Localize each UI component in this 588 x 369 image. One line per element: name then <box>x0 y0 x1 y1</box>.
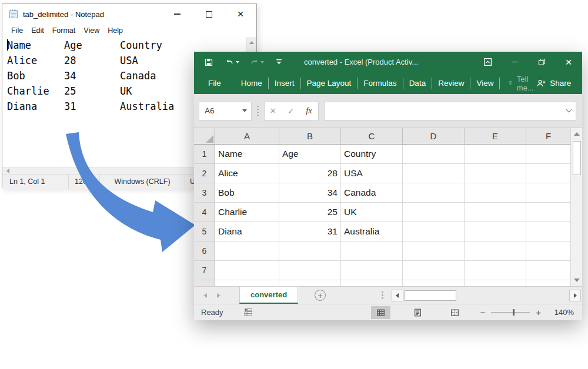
scroll-down-button[interactable] <box>571 274 582 286</box>
menu-help[interactable]: Help <box>103 26 127 35</box>
ribbon-tab-formulas[interactable]: Formulas <box>358 78 403 89</box>
macro-record-icon[interactable] <box>243 308 253 317</box>
name-box[interactable]: A6 <box>199 102 252 120</box>
row-header-1[interactable]: 1 <box>194 145 215 164</box>
excel-minimize-button[interactable] <box>501 52 528 72</box>
cell-F1[interactable] <box>526 145 571 164</box>
vertical-scroll-thumb[interactable] <box>573 141 581 175</box>
scroll-right-button[interactable] <box>569 290 581 301</box>
cell-F2[interactable] <box>526 164 571 183</box>
redo-button[interactable] <box>248 56 266 68</box>
notepad-maximize-button[interactable] <box>193 4 225 24</box>
cell-C2[interactable]: USA <box>341 164 403 183</box>
cell-B7[interactable] <box>279 261 341 280</box>
cell-C3[interactable]: Canada <box>341 183 403 203</box>
excel-close-button[interactable]: × <box>555 52 582 72</box>
cell-E2[interactable] <box>465 164 526 183</box>
cell-F4[interactable] <box>526 203 571 222</box>
column-header-A[interactable]: A <box>215 128 279 145</box>
row-header-3[interactable]: 3 <box>194 183 215 203</box>
page-break-preview-button[interactable] <box>445 306 465 319</box>
page-layout-view-button[interactable] <box>408 306 427 319</box>
select-all-button[interactable] <box>194 128 215 145</box>
ribbon-tab-data[interactable]: Data <box>403 78 433 89</box>
ribbon-tab-view[interactable]: View <box>470 78 500 89</box>
cell-E4[interactable] <box>465 203 526 222</box>
cell-C4[interactable]: UK <box>341 203 403 222</box>
cell-A7[interactable] <box>215 261 279 280</box>
previous-sheet-icon[interactable] <box>203 293 207 298</box>
cell-C6[interactable] <box>341 241 403 261</box>
notepad-minimize-button[interactable] <box>161 4 193 24</box>
column-header-C[interactable]: C <box>341 128 403 145</box>
zoom-slider[interactable] <box>491 312 530 313</box>
cell-B5[interactable]: 31 <box>279 222 341 241</box>
formula-bar-expand-icon[interactable] <box>566 107 572 113</box>
cancel-button[interactable]: × <box>270 105 276 117</box>
cell-F7[interactable] <box>526 261 571 280</box>
cell-D2[interactable] <box>403 164 465 183</box>
grid-vertical-scrollbar[interactable] <box>570 128 582 286</box>
cell-D7[interactable] <box>403 261 465 280</box>
ribbon-tab-file[interactable]: File <box>200 78 229 89</box>
row-header-6[interactable]: 6 <box>194 241 215 261</box>
share-button[interactable]: Share <box>536 79 571 88</box>
ribbon-tab-home[interactable]: Home <box>235 78 269 89</box>
formula-bar-input[interactable] <box>324 102 577 120</box>
column-header-B[interactable]: B <box>279 128 341 145</box>
notepad-close-button[interactable]: × <box>225 4 256 24</box>
cell-B2[interactable]: 28 <box>279 164 341 183</box>
cell-D6[interactable] <box>403 241 465 261</box>
scroll-left-button[interactable] <box>392 290 403 301</box>
cell-B1[interactable]: Age <box>279 145 341 164</box>
excel-restore-button[interactable] <box>528 52 555 72</box>
zoom-slider-handle[interactable] <box>513 309 515 316</box>
cell-A2[interactable]: Alice <box>215 164 279 183</box>
menu-view[interactable]: View <box>79 26 103 35</box>
insert-function-button[interactable]: fx <box>306 106 312 116</box>
enter-button[interactable]: ✓ <box>288 106 295 116</box>
cell-B4[interactable]: 25 <box>279 203 341 222</box>
row-header-4[interactable]: 4 <box>194 203 215 222</box>
scroll-up-button[interactable] <box>571 128 582 140</box>
cell-D5[interactable] <box>403 222 465 241</box>
cell-A4[interactable]: Charlie <box>215 203 279 222</box>
normal-view-button[interactable] <box>371 306 390 319</box>
row-header-2[interactable]: 2 <box>194 164 215 183</box>
sheet-tab-converted[interactable]: converted <box>239 287 298 304</box>
ribbon-display-options-button[interactable] <box>474 52 501 72</box>
undo-button[interactable] <box>223 56 241 68</box>
cell-F5[interactable] <box>526 222 571 241</box>
cell-C1[interactable]: Country <box>341 145 403 164</box>
customize-toolbar-button[interactable] <box>274 58 284 66</box>
column-header-D[interactable]: D <box>403 128 465 145</box>
row-header-7[interactable]: 7 <box>194 261 215 280</box>
tell-me-box[interactable]: Tell me... <box>508 75 536 92</box>
cell-E3[interactable] <box>465 183 526 203</box>
cell-D1[interactable] <box>403 145 465 164</box>
menu-format[interactable]: Format <box>48 26 80 35</box>
column-header-F[interactable]: F <box>526 128 571 145</box>
cell-F6[interactable] <box>526 241 571 261</box>
grid-horizontal-scrollbar[interactable] <box>392 289 581 302</box>
cell-E6[interactable] <box>465 241 526 261</box>
cell-E5[interactable] <box>465 222 526 241</box>
cell-D3[interactable] <box>403 183 465 203</box>
ribbon-tab-review[interactable]: Review <box>432 78 470 89</box>
horizontal-scroll-thumb[interactable] <box>405 290 456 301</box>
cell-B6[interactable] <box>279 241 341 261</box>
cell-E7[interactable] <box>465 261 526 280</box>
row-header-5[interactable]: 5 <box>194 222 215 241</box>
menu-file[interactable]: File <box>7 26 27 35</box>
zoom-out-button[interactable]: − <box>480 307 485 317</box>
cell-F3[interactable] <box>526 183 571 203</box>
cell-A5[interactable]: Diana <box>215 222 279 241</box>
menu-edit[interactable]: Edit <box>27 26 48 35</box>
save-button[interactable] <box>202 56 215 68</box>
cell-D4[interactable] <box>403 203 465 222</box>
cell-A3[interactable]: Bob <box>215 183 279 203</box>
cell-C5[interactable]: Australia <box>341 222 403 241</box>
cell-C7[interactable] <box>341 261 403 280</box>
ribbon-tab-insert[interactable]: Insert <box>269 78 301 89</box>
cell-E1[interactable] <box>465 145 526 164</box>
